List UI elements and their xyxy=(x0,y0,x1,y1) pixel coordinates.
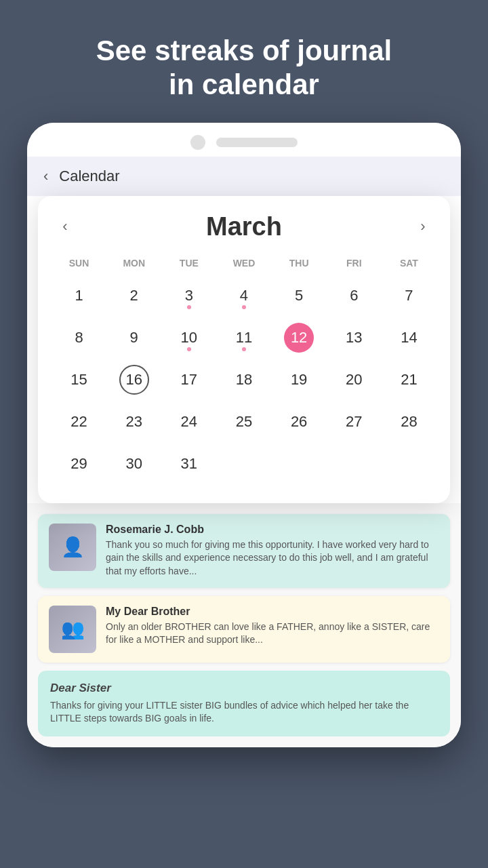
single-journal-card[interactable]: Dear Sister Thanks for giving your LITTL… xyxy=(38,671,450,736)
day-cell-29[interactable]: 29 xyxy=(52,445,106,483)
day-cell-23[interactable]: 23 xyxy=(106,403,161,441)
day-header-mon: MON xyxy=(106,255,161,271)
day-cell-14[interactable]: 14 xyxy=(382,319,436,357)
phone-frame: ‹ Calendar ‹ March › SUNMONTUEWEDTHUFRIS… xyxy=(27,123,461,747)
phone-camera-icon xyxy=(190,135,205,150)
day-cell-28[interactable]: 28 xyxy=(382,403,436,441)
day-cell-11[interactable]: 11 xyxy=(216,319,271,357)
app-header-title: Calendar xyxy=(59,167,119,185)
day-cell-25[interactable]: 25 xyxy=(216,403,271,441)
day-cell-21[interactable]: 21 xyxy=(382,361,436,399)
day-header-tue: TUE xyxy=(161,255,216,271)
page-title: See streaks of journal in calendar xyxy=(41,34,447,102)
day-headers-row: SUNMONTUEWEDTHUFRISAT xyxy=(52,255,436,271)
month-title: March xyxy=(206,212,282,241)
day-cell-31[interactable]: 31 xyxy=(161,445,216,483)
journal-author-2: My Dear Brother xyxy=(106,606,439,618)
single-journal-text: Thanks for giving your LITTLE sister BIG… xyxy=(50,699,438,726)
journal-text-2: Only an older BROTHER can love like a FA… xyxy=(106,620,439,647)
day-header-thu: THU xyxy=(272,255,327,271)
phone-speaker xyxy=(216,138,298,147)
day-cell-18[interactable]: 18 xyxy=(216,361,271,399)
day-header-wed: WED xyxy=(216,255,271,271)
single-journal-title: Dear Sister xyxy=(50,682,438,695)
journal-content-2: My Dear Brother Only an older BROTHER ca… xyxy=(106,606,439,653)
journal-author-1: Rosemarie J. Cobb xyxy=(106,524,439,536)
day-cell-16[interactable]: 16 xyxy=(106,361,161,399)
day-cell-10[interactable]: 10 xyxy=(161,319,216,357)
day-cell-9[interactable]: 9 xyxy=(106,319,161,357)
days-grid: 1234567891011121314151617181920212223242… xyxy=(52,277,436,483)
day-header-fri: FRI xyxy=(327,255,382,271)
day-cell-30[interactable]: 30 xyxy=(106,445,161,483)
journal-card-2[interactable]: 👥 My Dear Brother Only an older BROTHER … xyxy=(38,596,450,663)
day-cell-17[interactable]: 17 xyxy=(161,361,216,399)
day-header-sun: SUN xyxy=(52,255,106,271)
journal-avatar-1: 👤 xyxy=(49,524,96,571)
day-cell-7[interactable]: 7 xyxy=(382,277,436,315)
day-cell-13[interactable]: 13 xyxy=(327,319,382,357)
calendar-overlay: ‹ March › SUNMONTUEWEDTHUFRISAT 12345678… xyxy=(38,196,450,503)
day-cell-20[interactable]: 20 xyxy=(327,361,382,399)
day-cell-6[interactable]: 6 xyxy=(327,277,382,315)
day-cell-1[interactable]: 1 xyxy=(52,277,106,315)
next-month-button[interactable]: › xyxy=(409,213,436,240)
day-cell-19[interactable]: 19 xyxy=(272,361,327,399)
day-cell-24[interactable]: 24 xyxy=(161,403,216,441)
day-header-sat: SAT xyxy=(382,255,436,271)
day-cell-15[interactable]: 15 xyxy=(52,361,106,399)
day-cell-2[interactable]: 2 xyxy=(106,277,161,315)
prev-month-button[interactable]: ‹ xyxy=(52,213,79,240)
calendar-nav: ‹ March › xyxy=(52,212,436,241)
day-cell-8[interactable]: 8 xyxy=(52,319,106,357)
day-cell-12[interactable]: 12 xyxy=(272,319,327,357)
day-cell-27[interactable]: 27 xyxy=(327,403,382,441)
day-cell-22[interactable]: 22 xyxy=(52,403,106,441)
journal-entries-section: 👤 Rosemarie J. Cobb Thank you so much fo… xyxy=(27,503,461,747)
journal-card-1[interactable]: 👤 Rosemarie J. Cobb Thank you so much fo… xyxy=(38,514,450,588)
journal-avatar-2: 👥 xyxy=(49,606,96,653)
journal-text-1: Thank you so much for giving me this opp… xyxy=(106,538,439,578)
day-dot-3 xyxy=(187,305,191,309)
journal-content-1: Rosemarie J. Cobb Thank you so much for … xyxy=(106,524,439,578)
header-section: See streaks of journal in calendar xyxy=(0,0,488,123)
day-dot-10 xyxy=(187,347,191,351)
day-dot-4 xyxy=(242,305,246,309)
back-button[interactable]: ‹ xyxy=(43,167,48,185)
day-cell-26[interactable]: 26 xyxy=(272,403,327,441)
day-cell-5[interactable]: 5 xyxy=(272,277,327,315)
phone-top-bar xyxy=(27,123,461,157)
calendar-grid: SUNMONTUEWEDTHUFRISAT 123456789101112131… xyxy=(52,255,436,483)
day-cell-4[interactable]: 4 xyxy=(216,277,271,315)
app-header: ‹ Calendar xyxy=(27,157,461,196)
day-dot-11 xyxy=(242,347,246,351)
day-cell-3[interactable]: 3 xyxy=(161,277,216,315)
